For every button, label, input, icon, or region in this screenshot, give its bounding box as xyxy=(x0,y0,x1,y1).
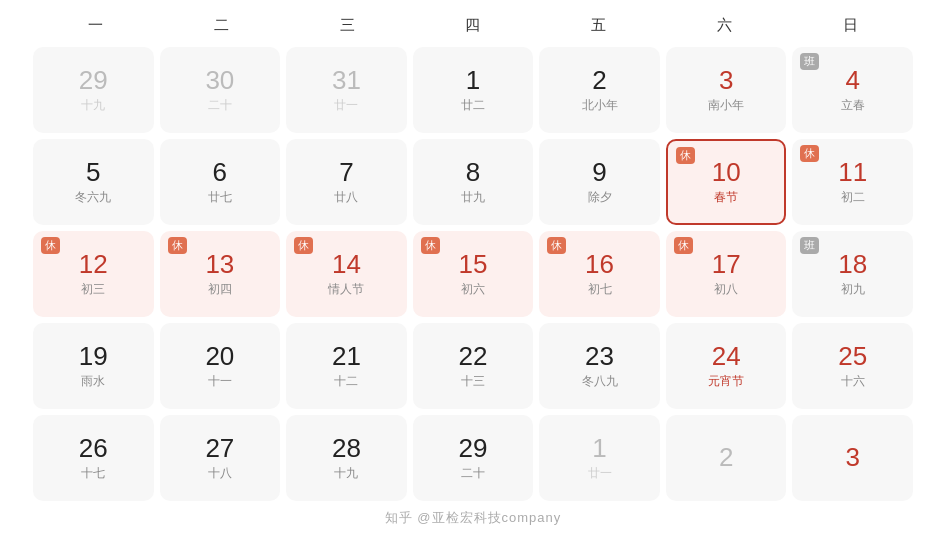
day-sub-label: 十六 xyxy=(841,373,865,390)
day-sub-label: 初三 xyxy=(81,281,105,298)
weekday-label: 日 xyxy=(787,10,913,41)
day-cell[interactable]: 班4立春 xyxy=(792,47,913,133)
day-sub-label: 廿九 xyxy=(461,189,485,206)
day-number: 5 xyxy=(86,158,100,188)
rest-badge: 休 xyxy=(800,145,819,162)
day-cell[interactable]: 9除夕 xyxy=(539,139,660,225)
day-cell[interactable]: 31廿一 xyxy=(286,47,407,133)
day-number: 7 xyxy=(339,158,353,188)
rest-badge: 休 xyxy=(294,237,313,254)
day-number: 8 xyxy=(466,158,480,188)
day-number: 31 xyxy=(332,66,361,96)
day-cell[interactable]: 29二十 xyxy=(413,415,534,501)
day-sub-label: 初二 xyxy=(841,189,865,206)
day-number: 27 xyxy=(205,434,234,464)
day-sub-label: 十一 xyxy=(208,373,232,390)
day-cell[interactable]: 2 xyxy=(666,415,787,501)
day-sub-label: 冬八九 xyxy=(582,373,618,390)
day-cell[interactable]: 6廿七 xyxy=(160,139,281,225)
day-number: 29 xyxy=(79,66,108,96)
day-number: 26 xyxy=(79,434,108,464)
day-cell[interactable]: 25十六 xyxy=(792,323,913,409)
day-number: 1 xyxy=(592,434,606,464)
rest-badge: 休 xyxy=(674,237,693,254)
day-cell[interactable]: 24元宵节 xyxy=(666,323,787,409)
weekday-label: 六 xyxy=(662,10,788,41)
day-cell[interactable]: 5冬六九 xyxy=(33,139,154,225)
day-cell[interactable]: 休15初六 xyxy=(413,231,534,317)
day-number: 10 xyxy=(712,158,741,188)
weekday-header: 一二三四五六日 xyxy=(33,10,913,41)
day-cell[interactable]: 7廿八 xyxy=(286,139,407,225)
day-sub-label: 二十 xyxy=(461,465,485,482)
day-cell[interactable]: 19雨水 xyxy=(33,323,154,409)
day-cell[interactable]: 28十九 xyxy=(286,415,407,501)
day-cell[interactable]: 22十三 xyxy=(413,323,534,409)
day-sub-label: 初七 xyxy=(588,281,612,298)
day-number: 9 xyxy=(592,158,606,188)
day-cell[interactable]: 8廿九 xyxy=(413,139,534,225)
day-cell[interactable]: 26十七 xyxy=(33,415,154,501)
day-number: 18 xyxy=(838,250,867,280)
day-cell[interactable]: 23冬八九 xyxy=(539,323,660,409)
day-number: 2 xyxy=(719,443,733,473)
calendar: 一二三四五六日 29十九30二十31廿一1廿二2北小年3南小年班4立春5冬六九6… xyxy=(13,0,933,538)
day-cell[interactable]: 休13初四 xyxy=(160,231,281,317)
day-number: 3 xyxy=(719,66,733,96)
day-cell[interactable]: 2北小年 xyxy=(539,47,660,133)
day-sub-label: 初六 xyxy=(461,281,485,298)
day-cell[interactable]: 休14情人节 xyxy=(286,231,407,317)
day-sub-label: 冬六九 xyxy=(75,189,111,206)
work-badge: 班 xyxy=(800,237,819,254)
day-sub-label: 初九 xyxy=(841,281,865,298)
rest-badge: 休 xyxy=(676,147,695,164)
day-sub-label: 春节 xyxy=(714,189,738,206)
day-sub-label: 廿七 xyxy=(208,189,232,206)
day-cell[interactable]: 27十八 xyxy=(160,415,281,501)
day-cell[interactable]: 班18初九 xyxy=(792,231,913,317)
day-number: 29 xyxy=(459,434,488,464)
day-number: 6 xyxy=(213,158,227,188)
weekday-label: 一 xyxy=(33,10,159,41)
day-cell[interactable]: 1廿一 xyxy=(539,415,660,501)
day-cell[interactable]: 休12初三 xyxy=(33,231,154,317)
day-number: 11 xyxy=(838,158,867,188)
day-cell[interactable]: 休16初七 xyxy=(539,231,660,317)
day-number: 22 xyxy=(459,342,488,372)
day-number: 21 xyxy=(332,342,361,372)
day-sub-label: 初四 xyxy=(208,281,232,298)
weekday-label: 四 xyxy=(410,10,536,41)
day-cell[interactable]: 3南小年 xyxy=(666,47,787,133)
day-cell[interactable]: 1廿二 xyxy=(413,47,534,133)
day-sub-label: 十九 xyxy=(334,465,358,482)
day-number: 19 xyxy=(79,342,108,372)
day-number: 14 xyxy=(332,250,361,280)
rest-badge: 休 xyxy=(547,237,566,254)
day-cell[interactable]: 3 xyxy=(792,415,913,501)
day-number: 15 xyxy=(459,250,488,280)
day-cell[interactable]: 休17初八 xyxy=(666,231,787,317)
day-number: 30 xyxy=(205,66,234,96)
day-cell[interactable]: 30二十 xyxy=(160,47,281,133)
day-cell[interactable]: 29十九 xyxy=(33,47,154,133)
day-number: 13 xyxy=(205,250,234,280)
day-sub-label: 十三 xyxy=(461,373,485,390)
day-cell[interactable]: 21十二 xyxy=(286,323,407,409)
watermark: 知乎 @亚检宏科技company xyxy=(33,509,913,527)
weekday-label: 五 xyxy=(536,10,662,41)
work-badge: 班 xyxy=(800,53,819,70)
day-number: 3 xyxy=(845,443,859,473)
day-sub-label: 廿二 xyxy=(461,97,485,114)
day-number: 1 xyxy=(466,66,480,96)
days-grid: 29十九30二十31廿一1廿二2北小年3南小年班4立春5冬六九6廿七7廿八8廿九… xyxy=(33,47,913,501)
day-sub-label: 十八 xyxy=(208,465,232,482)
day-sub-label: 南小年 xyxy=(708,97,744,114)
day-sub-label: 雨水 xyxy=(81,373,105,390)
day-cell[interactable]: 20十一 xyxy=(160,323,281,409)
day-cell[interactable]: 休10春节 xyxy=(666,139,787,225)
day-cell[interactable]: 休11初二 xyxy=(792,139,913,225)
day-sub-label: 情人节 xyxy=(328,281,364,298)
day-sub-label: 立春 xyxy=(841,97,865,114)
day-sub-label: 初八 xyxy=(714,281,738,298)
day-number: 4 xyxy=(845,66,859,96)
